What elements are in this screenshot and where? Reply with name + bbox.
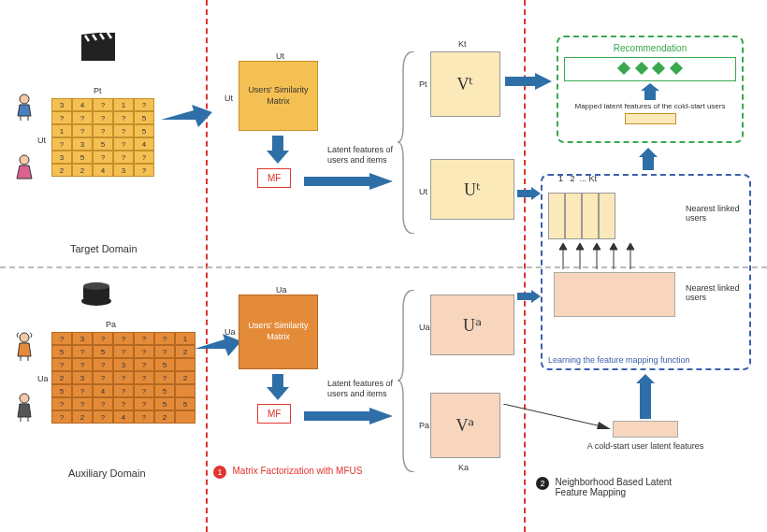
rec-title: Recommendation [564, 43, 736, 53]
svg-marker-29 [610, 243, 617, 250]
svg-marker-16 [195, 334, 241, 356]
rating-cell: ? [51, 358, 72, 371]
rating-cell: ? [51, 111, 72, 124]
rating-cell: 2 [72, 164, 93, 177]
rating-cell: 4 [93, 164, 113, 177]
mf-box-target: MF [257, 168, 291, 188]
target-domain-label: Target Domain [70, 243, 137, 254]
rating-cell: ? [113, 332, 134, 345]
rating-cell: ? [113, 397, 134, 410]
svg-marker-19 [505, 73, 552, 90]
rating-cell: ? [134, 164, 154, 177]
rating-cell: ? [72, 384, 93, 397]
svg-point-10 [20, 333, 29, 342]
rating-cell: ? [72, 397, 93, 410]
rating-cell: ? [51, 332, 72, 345]
target-slab [582, 193, 599, 239]
recommendation-box: Recommendation Mapped latent features of… [557, 36, 744, 143]
rating-cell: ? [93, 124, 113, 137]
rating-cell: 4 [93, 384, 113, 397]
svg-marker-34 [636, 374, 655, 419]
aux-domain-label: Auxiliary Domain [68, 467, 146, 479]
rating-cell: ? [93, 410, 113, 424]
target-slab [599, 193, 615, 239]
vt-box: Vᵗ [430, 51, 500, 117]
rating-cell: ? [93, 397, 113, 410]
nearest1: Nearest linked users [686, 204, 742, 223]
svg-point-13 [20, 394, 29, 403]
rating-cell: ? [93, 371, 113, 384]
rating-cell: ? [51, 397, 72, 410]
pt-side: Pt [419, 79, 427, 89]
rating-cell: ? [93, 358, 113, 371]
rating-cell: ? [134, 332, 154, 345]
pa-label: Pa [106, 320, 116, 329]
mapped-label: Mapped latent features of the cold-start… [564, 102, 736, 110]
rating-cell: 1 [113, 98, 134, 111]
user-icon-4 [14, 393, 35, 424]
rating-cell: 1 [175, 332, 195, 345]
user-icon-1 [14, 93, 35, 123]
svg-marker-25 [576, 243, 584, 250]
step2-text: Neighborhood Based Latent Feature Mappin… [556, 477, 705, 497]
learning-box: 1 2 ... Kt Nearest linked users Nearest … [541, 174, 751, 370]
diamond-icon [652, 62, 665, 75]
rating-cell: 5 [51, 345, 72, 358]
rating-cell: 2 [175, 345, 195, 358]
target-slab [565, 193, 582, 239]
rating-cell: 3 [51, 151, 72, 164]
diamond-icon [635, 62, 648, 75]
rating-cell: 4 [72, 98, 93, 111]
rating-cell: 5 [154, 384, 175, 397]
mapped-feature-box [625, 113, 676, 124]
ua-label: Ua [37, 374, 49, 383]
rating-cell: ? [113, 137, 134, 151]
rating-cell: 3 [72, 332, 93, 345]
svg-marker-36 [597, 422, 611, 429]
sim-top-a: Ua [276, 285, 287, 295]
rating-cell: ? [154, 345, 175, 358]
rating-cell: ? [93, 98, 113, 111]
svg-marker-27 [593, 243, 601, 250]
rating-cell: 5 [93, 345, 113, 358]
rating-cell: ? [72, 345, 93, 358]
step1-badge: 1 Matrix Factorization with MFUS [213, 466, 383, 479]
svg-point-3 [20, 155, 29, 165]
rating-cell: ? [93, 151, 113, 164]
rating-cell: ? [134, 371, 154, 384]
rating-cell: 5 [175, 397, 195, 410]
vt-text: Vᵗ [457, 74, 474, 94]
ua-box: Uᵃ [430, 295, 514, 355]
learning-caption: Learning the feature mapping function [548, 355, 690, 365]
sim-text-a: Users' Similarity Matrix [239, 321, 317, 342]
rating-cell [175, 410, 195, 424]
rating-cell: 3 [113, 164, 134, 177]
rating-cell: ? [154, 332, 175, 345]
rating-cell: 5 [134, 124, 154, 137]
rating-cell: ? [134, 358, 154, 371]
sim-text-t: Users' Similarity Matrix [239, 85, 317, 107]
nearest2: Nearest linked users [686, 283, 742, 302]
rating-cell: 2 [51, 164, 72, 177]
step1-text: Matrix Factorization with MFUS [233, 466, 383, 476]
rating-cell: 5 [93, 137, 113, 151]
clapperboard-icon [80, 33, 117, 65]
rating-cell: ? [113, 111, 134, 124]
rating-cell: ? [51, 137, 72, 151]
rating-cell: ? [113, 384, 134, 397]
rating-cell: 4 [113, 410, 134, 424]
svg-marker-6 [304, 173, 393, 190]
rating-cell: ? [134, 397, 154, 410]
va-text: Vᵃ [456, 415, 475, 436]
rating-cell: ? [72, 358, 93, 371]
sim-side-t: Ut [224, 93, 233, 103]
diamond-icon [617, 62, 630, 75]
svg-marker-33 [517, 290, 541, 303]
rating-cell: ? [134, 345, 154, 358]
rating-cell: 5 [134, 111, 154, 124]
svg-marker-18 [304, 408, 393, 424]
mf-box-aux: MF [257, 404, 291, 424]
kt-label: Kt [458, 39, 467, 49]
ua-text: Uᵃ [463, 315, 482, 336]
rating-cell: 5 [51, 384, 72, 397]
